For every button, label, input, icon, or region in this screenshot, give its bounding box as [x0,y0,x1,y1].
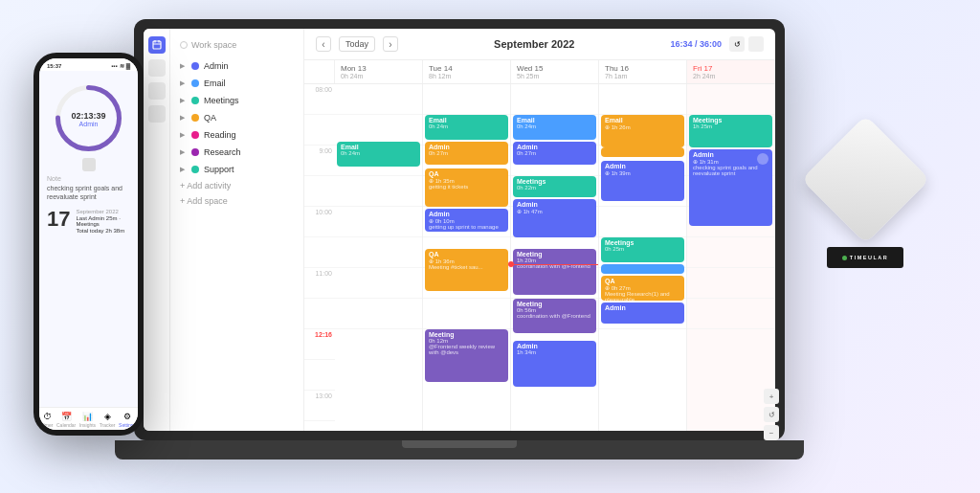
sidebar-item-reading[interactable]: ▶ Reading [170,126,303,144]
insights-nav-icon: 📊 [82,412,93,421]
prev-btn[interactable]: ‹ [316,36,331,52]
nav-insights-label: Insights [79,422,96,428]
event-wed-admin2[interactable]: Admin ⊕ 1h 47m [513,199,596,237]
laptop-device: Work space ▶ Admin ▶ Email ▶ Meetings [134,19,785,469]
event-thu-email2[interactable] [601,147,684,157]
nav-icon-4[interactable] [148,105,166,123]
total-label: Total today [76,228,103,234]
diamond-device: TIMEULAR [813,124,937,297]
hour-line [335,268,422,299]
event-tue-admin2[interactable]: Admin ⊕ 0h 10m getting up sprint to mana… [425,209,508,232]
event-fri-admin[interactable]: Admin ⊕ 1h 31m checking sprint goals and… [689,149,772,226]
date-info: September 2022 Last Admin 25m · Meetings… [76,209,130,234]
nav-calendar[interactable]: 📅 Calendar [56,412,76,428]
battery-icon: ▓ [126,63,130,69]
laptop-base [115,440,804,459]
add-activity-btn[interactable]: + Add activity [170,178,303,193]
zoom-out-btn[interactable]: − [764,425,775,431]
grid-icon[interactable] [748,36,764,52]
hour-line [335,299,422,329]
hour-line [423,84,510,115]
laptop-screen: Work space ▶ Admin ▶ Email ▶ Meetings [144,29,775,431]
sidebar-item-support[interactable]: ▶ Support [170,161,303,178]
fri-hours: 2h 24m [693,73,768,79]
time-badge: 16:34 / 36:00 [670,39,722,49]
day-header-tue: Tue 14 8h 12m [423,60,511,83]
nav-tracker[interactable]: ◈ Tracker [100,412,116,428]
time-empty3 [304,237,335,268]
email-dot [191,79,199,87]
total-value: 2h 38m [105,228,124,234]
event-mon-email[interactable]: Email 0h 24m [337,142,420,167]
calendar-nav-icon[interactable] [148,36,166,54]
event-wed-email[interactable]: Email 0h 24m [513,115,596,140]
admin-dot [191,62,199,70]
calendar-view-icons: ↺ [729,36,764,52]
phone-status-icons: ▪▪▪ ≋ ▓ [111,62,130,69]
meetings-dot [191,97,199,104]
timer-text: 02:13:39 Admin [71,110,105,126]
timer-time: 02:13:39 [71,110,105,120]
col-thursday: Email ⊕ 1h 26m Admin ⊕ 1h 39m Meetings [599,84,687,431]
timer-label: Admin [71,120,105,126]
nav-icon-2[interactable] [148,59,166,77]
arrow-icon: ▶ [180,97,185,104]
hour-line [599,84,686,115]
event-thu-admin1[interactable]: Admin ⊕ 1h 39m [601,161,684,201]
nav-insights[interactable]: 📊 Insights [79,412,96,428]
hour-line [687,299,774,329]
stop-button[interactable] [82,158,96,171]
event-wed-meeting1[interactable]: Meeting 1h 20m coordination with @Fronte… [513,249,596,295]
scroll-reset-btn[interactable]: ↺ [764,407,775,422]
event-wed-admin3[interactable]: Admin 1h 34m [513,341,596,387]
event-wed-admin1[interactable]: Admin 0h 27m [513,142,596,165]
event-thu-admin3[interactable]: Admin [601,303,684,324]
hour-line [687,237,774,268]
event-fri-meetings[interactable]: Meetings 1h 25m [689,115,772,147]
nav-timer[interactable]: ⏱ Timer [41,412,54,428]
event-tue-admin1[interactable]: Admin 0h 27m [425,142,508,165]
refresh-icon[interactable]: ↺ [729,36,745,52]
current-time-line [511,264,598,265]
event-tue-meeting[interactable]: Meeting 0h 12m @Frontend weekly review w… [425,329,508,382]
nav-icon-3[interactable] [148,82,166,100]
time-empty1 [304,115,335,146]
arrow-icon: ▶ [180,62,185,70]
arrow-icon: ▶ [180,114,185,122]
scroll-controls: + ↺ − [764,389,775,431]
hour-line [511,84,598,115]
day-header-mon: Mon 13 0h 24m [335,60,423,83]
event-thu-email1[interactable]: Email ⊕ 1h 26m [601,115,684,147]
phone-time: 15:37 [47,63,61,69]
day-header-fri: Fri 17 2h 24m [687,60,775,83]
last-admin: Last Admin 25m · Meetings [76,215,130,227]
diamond-base: TIMEULAR [827,247,903,268]
mon-hours: 0h 24m [341,73,416,79]
event-tue-qa2[interactable]: QA ⊕ 1h 36m Meeting #ticket sau... [425,249,508,291]
sidebar-item-email[interactable]: ▶ Email [170,75,303,92]
sidebar-item-research[interactable]: ▶ Research [170,144,303,161]
add-space-btn[interactable]: + Add space [170,193,303,209]
time-labels: 08:00 9:00 10:00 11:00 12:16 13:00 [304,84,335,431]
event-tue-qa1[interactable]: QA ⊕ 1h 35m getting it tickets [425,168,508,207]
event-thu-admin2[interactable] [601,264,684,274]
reading-dot [191,131,199,139]
svg-rect-2 [153,41,161,49]
tracker-nav-icon: ◈ [104,412,111,421]
sidebar-item-meetings[interactable]: ▶ Meetings [170,92,303,109]
today-btn[interactable]: Today [339,36,375,52]
nav-settings[interactable]: ⚙ Settings [119,412,136,428]
wifi-icon: ≋ [120,62,124,69]
event-thu-meetings[interactable]: Meetings 0h 25m [601,237,684,262]
zoom-in-btn[interactable]: + [764,389,775,404]
diamond-logo: TIMEULAR [850,255,888,260]
sidebar-item-qa[interactable]: ▶ QA [170,109,303,126]
sidebar-item-admin[interactable]: ▶ Admin [170,57,303,75]
event-thu-qa[interactable]: QA ⊕ 0h 27m Meeting Research(1) and plea… [601,276,684,301]
event-tue-email[interactable]: Email 0h 24m [425,115,508,140]
time-empty2 [304,176,335,207]
event-wed-meetings[interactable]: Meetings 0h 22m [513,176,596,197]
settings-nav-icon: ⚙ [123,412,131,421]
next-btn[interactable]: › [383,36,398,52]
event-wed-meeting2[interactable]: Meeting 0h 56m coordination with @Fronte… [513,299,596,333]
